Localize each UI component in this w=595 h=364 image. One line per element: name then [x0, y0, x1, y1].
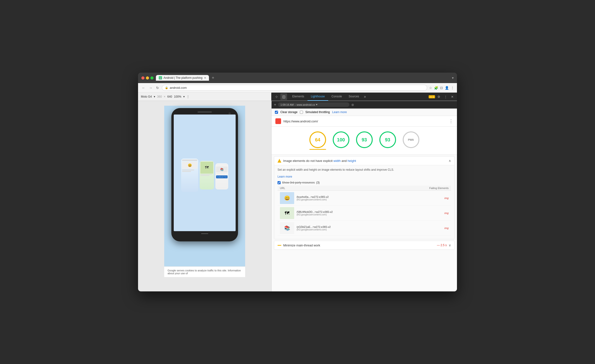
- mini-phone-left: 😀: [181, 158, 198, 192]
- zoom-selector[interactable]: 100%: [174, 95, 181, 98]
- tab-label: Android | The platform pushing: [163, 76, 203, 79]
- element-picker-icon[interactable]: ⊹: [273, 93, 280, 100]
- devtools-more-button[interactable]: ⋮: [443, 94, 449, 100]
- resource-fail-element-2: img: [444, 212, 449, 214]
- tab-close-button[interactable]: ✕: [204, 76, 206, 79]
- audit-url-text: https://www.android.com/: [283, 120, 446, 123]
- traffic-lights: [141, 76, 154, 79]
- back-button[interactable]: ←: [141, 86, 146, 90]
- mini-phone-center: 🗺: [200, 161, 214, 190]
- viewport-more-icon[interactable]: ⋮: [187, 95, 190, 98]
- url-dropdown-icon[interactable]: ▾: [316, 103, 318, 106]
- device-selector[interactable]: Moto G4: [141, 95, 152, 98]
- best-practices-score: 93: [356, 131, 373, 150]
- url-column-header: URL: [280, 187, 285, 190]
- show-3rd-party-label: Show 3rd-party resources: [282, 181, 315, 184]
- tab-lighthouse[interactable]: Lighthouse: [307, 93, 328, 101]
- bookmark-icon[interactable]: ☆: [429, 86, 432, 90]
- mini-screen-center: 🗺: [200, 161, 214, 190]
- devtools-close-button[interactable]: ✕: [450, 94, 455, 100]
- resource-fail-element-1: img: [444, 197, 449, 200]
- phone-speaker: [198, 111, 212, 113]
- accessibility-score-circle: 100: [333, 131, 349, 148]
- profile-icon[interactable]: 👤: [445, 86, 449, 90]
- more-tabs-button[interactable]: »: [362, 93, 368, 101]
- image-dimensions-audit: Image elements do not have explicit widt…: [274, 156, 454, 239]
- show-3rd-party-checkbox[interactable]: [277, 181, 281, 184]
- resource-path-2: /SBU4NckDD...=w272-e365-v2: [297, 210, 442, 213]
- lock-icon: 🔒: [165, 86, 168, 89]
- lighthouse-options-bar: Clear storage Simulated throttling Learn…: [272, 108, 457, 116]
- devtools-tab-list: Elements Lighthouse Console Sources »: [289, 93, 368, 101]
- main-thread-audit-title: Minimize main-thread work: [283, 243, 435, 247]
- audit-body: Set an explicit width and height on imag…: [274, 165, 454, 239]
- resource-host-3: (lh3.googleusercontent.com): [297, 228, 442, 231]
- browser-menu-button[interactable]: ⋮: [451, 86, 454, 90]
- warning-triangle-icon: [277, 159, 281, 163]
- image-dimensions-audit-header[interactable]: Image elements do not have explicit widt…: [274, 157, 454, 165]
- viewport-height: 640: [167, 95, 172, 98]
- clear-audit-button[interactable]: ⊗: [351, 103, 354, 107]
- devtools-icon-bar: ⊹ ◫: [271, 93, 289, 100]
- add-audit-button[interactable]: +: [274, 103, 276, 107]
- clear-storage-label: Clear storage: [280, 110, 298, 114]
- warning-badge[interactable]: ⚠ 1: [429, 95, 435, 98]
- devtools-settings-button[interactable]: ⚙: [436, 94, 442, 100]
- table-header-row: URL Failing Elements: [277, 186, 451, 191]
- viewport-separator: 360: [157, 95, 162, 98]
- tab-console[interactable]: Console: [328, 93, 345, 101]
- warn-count: 1: [432, 95, 434, 98]
- nav-bar: ← → ↻ 🔒 android.com ☆ 🧩 ⊡ 👤 ⋮: [138, 83, 457, 93]
- resource-url-2: /SBU4NckDD...=w272-e365-v2 (lh3.googleus…: [297, 210, 442, 216]
- audit-learn-more-link[interactable]: Learn more: [277, 175, 292, 178]
- throttling-label: Simulated throttling: [305, 110, 330, 114]
- mini-phones-container: 😀 🗺: [181, 154, 228, 192]
- audit-collapse-icon[interactable]: ∧: [449, 159, 451, 163]
- main-thread-audit-header[interactable]: Minimize main-thread work — 2.5 s ∨: [274, 241, 454, 250]
- resource-thumbnail-2: 🗺: [280, 207, 294, 219]
- resources-table: URL Failing Elements 😀 /lzuohvi0a...=w27…: [277, 186, 451, 236]
- minimize-window-button[interactable]: [146, 76, 149, 79]
- table-row: 😀 /lzuohvi0a...=w272-e365-v2 (lh3.google…: [277, 191, 451, 206]
- device-toolbar-icon[interactable]: ◫: [280, 93, 287, 100]
- clear-storage-checkbox[interactable]: [275, 111, 278, 114]
- scores-row: 64 100 93: [272, 127, 457, 155]
- throttling-checkbox[interactable]: [300, 111, 303, 114]
- active-tab[interactable]: 🤖 Android | The platform pushing ✕: [156, 75, 209, 81]
- cast-icon[interactable]: ⊡: [440, 86, 443, 90]
- resource-fail-element-3: img: [444, 227, 449, 229]
- close-window-button[interactable]: [141, 76, 144, 79]
- resources-filter-row: Show 3rd-party resources (3): [277, 181, 451, 184]
- resource-thumbnail-1: 😀: [280, 192, 294, 204]
- tab-elements[interactable]: Elements: [289, 93, 307, 101]
- window-menu-button[interactable]: ▾: [452, 76, 454, 80]
- performance-score-underline: [309, 149, 326, 150]
- audit-keyword-width: width: [333, 159, 340, 163]
- resource-url-1: /lzuohvi0a...=w272-e365-v2 (lh3.googleus…: [297, 195, 442, 201]
- devtools-tabs: ⊹ ◫ Elements Lighthouse Console Sources …: [271, 93, 457, 101]
- devtools-panel: + 1:09:16 AM – www.android.co ▾ ⊗ Clear …: [271, 101, 457, 291]
- reload-button[interactable]: ↻: [155, 86, 160, 90]
- tab-sources[interactable]: Sources: [345, 93, 362, 101]
- throttling-learn-more-link[interactable]: Learn more: [332, 110, 347, 114]
- resource-path-3: /yOZklZ1aE...=w272-e365-v2: [297, 225, 442, 228]
- main-thread-audit: Minimize main-thread work — 2.5 s ∨: [274, 241, 454, 250]
- audit-url-pill[interactable]: 1:09:16 AM – www.android.co ▾: [278, 102, 349, 107]
- forward-button[interactable]: →: [148, 86, 153, 90]
- mini-phone-right: 📚 Audiobook Free: [215, 163, 228, 190]
- resource-host-2: (lh3.googleusercontent.com): [297, 213, 442, 216]
- zoom-dropdown-icon[interactable]: ▾: [183, 95, 185, 98]
- new-tab-button[interactable]: +: [210, 75, 216, 80]
- address-bar[interactable]: 🔒 android.com: [162, 85, 427, 91]
- audit-header-menu-button[interactable]: ⋮: [449, 119, 453, 124]
- audit-expand-icon[interactable]: ∨: [449, 243, 451, 247]
- audit-title-text: Image elements do not have explicit widt…: [283, 159, 447, 163]
- maximize-window-button[interactable]: [150, 76, 154, 79]
- resource-url-3: /yOZklZ1aE...=w272-e365-v2 (lh3.googleus…: [297, 225, 442, 231]
- device-dropdown-icon[interactable]: ▾: [154, 95, 155, 98]
- lighthouse-content: Clear storage Simulated throttling Learn…: [272, 108, 457, 291]
- performance-score: 64: [309, 131, 326, 150]
- mini-screen-left: 😀: [181, 158, 198, 192]
- extension-icon[interactable]: 🧩: [434, 86, 438, 90]
- nav-right-icons: ☆ 🧩 ⊡ 👤 ⋮: [429, 86, 454, 90]
